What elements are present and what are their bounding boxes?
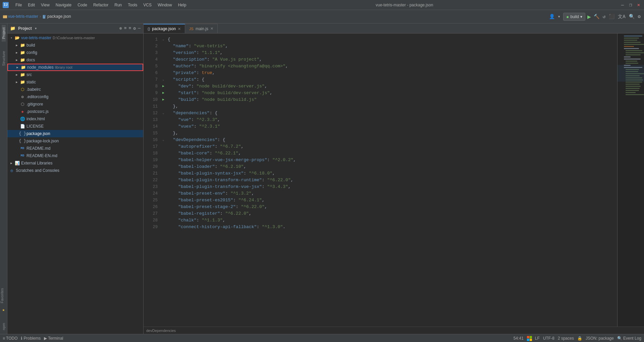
gutter-run-10[interactable]: ▶ — [160, 96, 166, 103]
tab-mainjs[interactable]: JS main.js ✕ — [185, 24, 218, 33]
readmeenmd-icon: MD — [19, 153, 25, 158]
tree-node-modules[interactable]: ▶ 📁 node_modules library root — [7, 64, 143, 71]
docs-expand-arrow[interactable]: ▶ — [14, 57, 19, 63]
menu-vcs[interactable]: VCS — [141, 2, 154, 8]
tree-config[interactable]: ▶ 📁 config — [7, 49, 143, 56]
terminal-button[interactable]: ▶ Terminal — [44, 336, 63, 341]
sidebar-npm-label[interactable]: npm — [2, 320, 6, 333]
close-button[interactable]: ✕ — [636, 2, 641, 8]
stop-icon[interactable]: ⬛ — [608, 13, 615, 20]
status-left: ≡ TODO ℹ Problems ▶ Terminal — [3, 336, 63, 341]
minimap[interactable]: ✓ — [617, 33, 644, 327]
sidebar-structure-label[interactable]: Structure — [2, 48, 6, 69]
menu-run[interactable]: Run — [112, 2, 124, 8]
search-icon[interactable]: 🔍 — [628, 13, 635, 20]
menu-code[interactable]: Code — [75, 2, 90, 8]
maximize-button[interactable]: ❐ — [628, 2, 633, 8]
tree-postcssrc[interactable]: ◈ .postcssrc.js — [7, 108, 143, 115]
readmemd-label: README.md — [26, 146, 50, 151]
tab-packagejson-label: package.json — [152, 26, 176, 31]
editor-area: {} package.json ✕ JS main.js ✕ 12345 678… — [144, 23, 644, 334]
hide-icon[interactable]: — — [138, 26, 141, 31]
tree-docs[interactable]: ▶ 📁 docs — [7, 56, 143, 64]
tab-mainjs-close[interactable]: ✕ — [210, 26, 213, 31]
settings-panel-icon[interactable]: ⚙ — [133, 26, 136, 31]
favorites-star-icon[interactable]: ★ — [0, 306, 7, 314]
project-panel-title: Project — [18, 26, 32, 31]
tree-readmemd[interactable]: MD README.md — [7, 145, 143, 152]
indent[interactable]: 2 spaces — [558, 336, 574, 341]
translate-icon[interactable]: 文A — [617, 13, 626, 20]
menu-refactor[interactable]: Refactor — [91, 2, 111, 8]
todo-button[interactable]: ≡ TODO — [3, 336, 17, 341]
tab-packagejson[interactable]: {} package.json ✕ — [144, 24, 185, 33]
menu-edit[interactable]: Edit — [25, 2, 38, 8]
tab-packagejson-close[interactable]: ✕ — [178, 27, 181, 31]
locate-icon[interactable]: ⊕ — [119, 26, 122, 31]
menu-window[interactable]: Window — [155, 2, 175, 8]
collapse-icon[interactable]: ≡ — [124, 26, 127, 31]
tree-static[interactable]: ▶ 📁 static — [7, 78, 143, 86]
sidebar-favorites-label[interactable]: Favorites — [0, 285, 4, 306]
gutter-fold-12[interactable]: ⌄ — [160, 110, 166, 117]
line-ending[interactable]: LF — [535, 336, 540, 341]
tree-scratches-consoles[interactable]: ◎ Scratches and Consoles — [7, 167, 143, 174]
config-label-tree: config — [26, 50, 37, 55]
tree-packagelockjson[interactable]: { } package-lock.json — [7, 137, 143, 145]
menu-help[interactable]: Help — [175, 2, 189, 8]
readmemd-icon: MD — [19, 146, 25, 151]
src-expand-arrow[interactable]: ▶ — [14, 72, 19, 77]
tree-external-libraries[interactable]: ▶ 📊 External Libraries — [7, 159, 143, 167]
encoding[interactable]: UTF-8 — [543, 336, 554, 341]
win-quad-red — [527, 336, 529, 338]
expand-icon[interactable]: ≡ — [129, 26, 131, 31]
menu-view[interactable]: View — [38, 2, 52, 8]
build-dropdown[interactable]: ● build ▾ — [563, 13, 585, 21]
node-modules-expand-arrow[interactable]: ▶ — [15, 65, 20, 70]
root-expand-arrow[interactable]: ▾ — [9, 35, 14, 41]
reload-icon[interactable]: ↺ — [602, 13, 606, 20]
tree-editorconfig[interactable]: ⚙ .editorconfig — [7, 93, 143, 100]
tree-root[interactable]: ▾ 📂 vue-tetris-master D:\Code\vue-tetris… — [7, 34, 143, 42]
config-expand-arrow[interactable]: ▶ — [14, 50, 19, 55]
gutter-run-8[interactable]: ▶ — [160, 83, 166, 90]
gutter-fold-7[interactable]: ⌄ — [160, 76, 166, 83]
tree-src[interactable]: ▶ 📁 src — [7, 71, 143, 78]
tree-packagejson[interactable]: { } package.json — [7, 130, 143, 137]
tree-readmeenmd[interactable]: MD README-EN.md — [7, 152, 143, 159]
menu-navigate[interactable]: Navigate — [53, 2, 74, 8]
build-expand-arrow[interactable]: ▶ — [14, 43, 19, 48]
postcssrc-icon: ◈ — [19, 109, 25, 114]
panel-arrow-icon[interactable]: ▾ — [35, 26, 37, 31]
file-type[interactable]: JSON: package — [586, 336, 614, 341]
minimize-button[interactable]: — — [620, 2, 625, 8]
tree-build[interactable]: ▶ 📁 build — [7, 42, 143, 49]
problems-button[interactable]: ℹ Problems — [21, 336, 41, 341]
build-icon[interactable]: 🔨 — [593, 13, 600, 20]
gutter-run-9[interactable]: ▶ — [160, 90, 166, 96]
menu-tools[interactable]: Tools — [125, 2, 140, 8]
menu-file[interactable]: File — [13, 2, 24, 8]
event-log[interactable]: 🔍 Event Log — [617, 336, 641, 341]
tree-gitignore[interactable]: ⬡ .gitignore — [7, 100, 143, 108]
run-button[interactable]: ▶ — [587, 13, 591, 20]
external-libraries-arrow[interactable]: ▶ — [9, 160, 14, 166]
tree-indexhtml[interactable]: 🌐 index.html — [7, 115, 143, 123]
gutter-fold-1[interactable]: ⌄ — [160, 36, 166, 43]
breadcrumb-separator: › — [40, 14, 41, 19]
code-editor: 12345 678910 1112131415 1617181920 21222… — [144, 33, 644, 327]
tree-license[interactable]: 📄 LICENSE — [7, 123, 143, 130]
gutter-fold-16[interactable]: ⌄ — [160, 137, 166, 143]
windows-logo — [527, 336, 532, 341]
sidebar-project-label[interactable]: Project — [2, 25, 6, 42]
static-expand-arrow[interactable]: ▶ — [14, 79, 19, 85]
breadcrumb-root[interactable]: vue-tetris-master — [3, 14, 38, 19]
tree-babelrc[interactable]: ⬡ .babelrc — [7, 86, 143, 93]
settings-icon[interactable]: ⚙ — [637, 13, 641, 20]
profile-icon[interactable]: 👤 ▾ — [548, 13, 561, 20]
babelrc-label: .babelrc — [26, 87, 41, 92]
breadcrumb-file[interactable]: package.json — [42, 14, 71, 19]
code-content[interactable]: { "name": "vue-tetris", "version": "1.1.… — [166, 33, 617, 327]
editor-breadcrumb: devDependencies — [146, 329, 176, 333]
cursor-position[interactable]: 54:41 — [514, 336, 524, 341]
